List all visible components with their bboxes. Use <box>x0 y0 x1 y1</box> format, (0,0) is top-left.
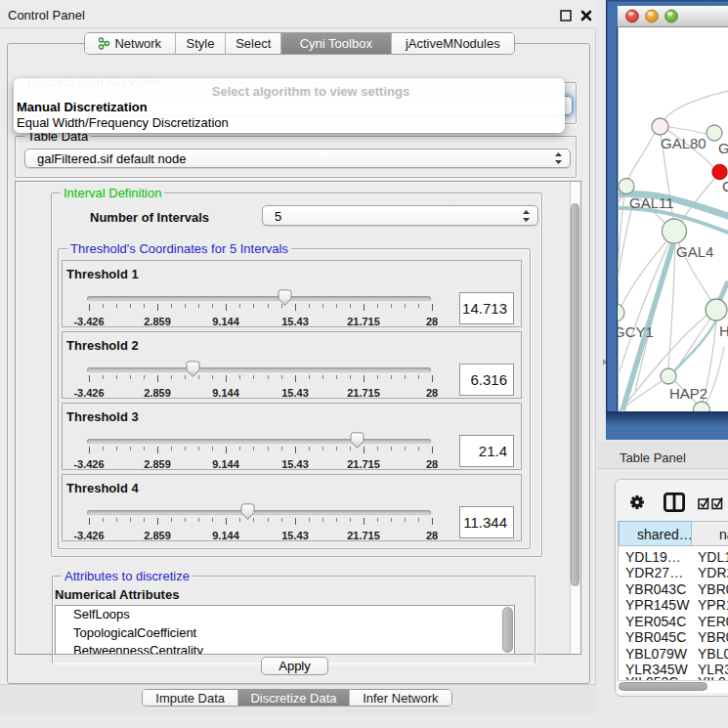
svg-text:H: H <box>719 322 728 339</box>
svg-text:HAP2: HAP2 <box>669 385 707 402</box>
svg-text:GAL11: GAL11 <box>629 194 674 211</box>
svg-text:GAL4: GAL4 <box>676 243 713 260</box>
svg-text:GCY1: GCY1 <box>614 323 654 340</box>
svg-text:C: C <box>722 178 728 194</box>
svg-text:GA: GA <box>718 140 728 156</box>
svg-text:GAL80: GAL80 <box>661 135 707 151</box>
